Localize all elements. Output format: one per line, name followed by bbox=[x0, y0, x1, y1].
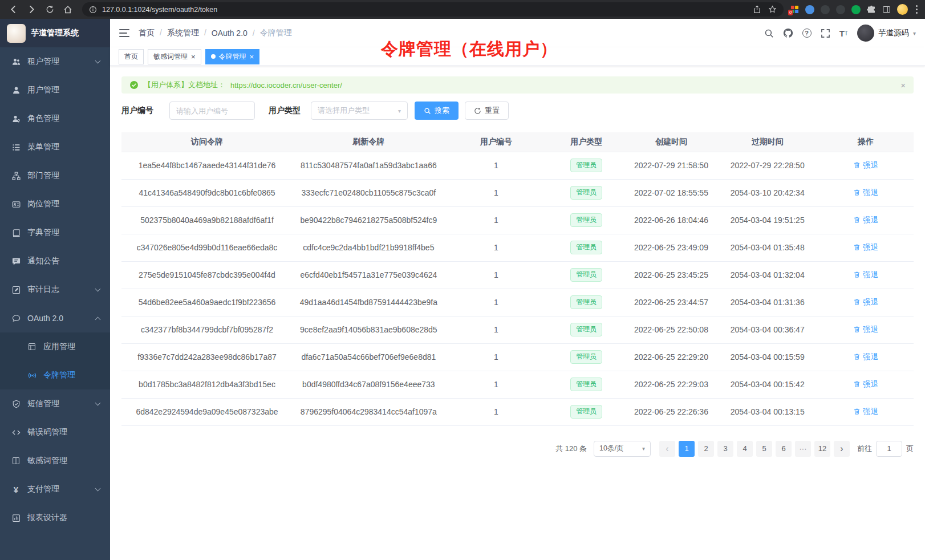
alert-text: 【用户体系】文档地址： bbox=[144, 80, 225, 90]
force-logout-button[interactable]: 强退 bbox=[853, 215, 878, 225]
sidebar-item-report-designer[interactable]: 报表设计器 bbox=[0, 504, 110, 532]
side-panel-icon[interactable] bbox=[882, 5, 891, 14]
extension-green-icon[interactable] bbox=[851, 5, 861, 14]
fullscreen-icon[interactable] bbox=[821, 29, 830, 38]
more-pages-button[interactable]: ··· bbox=[795, 441, 811, 457]
force-logout-button[interactable]: 强退 bbox=[853, 297, 878, 307]
browser-forward-icon[interactable] bbox=[24, 2, 39, 17]
extension-grid-icon[interactable]: 0 bbox=[790, 5, 799, 14]
force-logout-label: 强退 bbox=[863, 324, 878, 335]
sidebar-item-payment[interactable]: ¥ 支付管理 bbox=[0, 475, 110, 504]
sidebar-item-token-management[interactable]: 令牌管理 bbox=[0, 361, 110, 389]
sidebar-item-label: 字典管理 bbox=[27, 228, 59, 238]
table-row: 41c41346a548490f9dc8b01c6bfe0865 333ecfc… bbox=[121, 179, 914, 206]
page-button-4[interactable]: 4 bbox=[737, 441, 753, 457]
next-page-button[interactable]: › bbox=[834, 441, 850, 457]
sidebar-item-tenant[interactable]: 租户管理 bbox=[0, 47, 110, 76]
access-token-cell: 275e5de9151045fe87cbdc395e004f4d bbox=[121, 261, 293, 289]
sidebar-item-notice[interactable]: 通知公告 bbox=[0, 247, 110, 275]
sidebar-item-post[interactable]: 岗位管理 bbox=[0, 190, 110, 218]
search-button[interactable]: 搜索 bbox=[415, 102, 459, 120]
force-logout-button[interactable]: 强退 bbox=[853, 407, 878, 417]
goto-page-input[interactable] bbox=[876, 441, 902, 457]
trash-icon bbox=[853, 353, 861, 360]
browser-address-bar[interactable]: 127.0.0.1:1024/system/oauth2/token bbox=[82, 2, 784, 17]
breadcrumb-oauth[interactable]: OAuth 2.0 bbox=[212, 29, 260, 38]
extension-dark-icon-2[interactable] bbox=[836, 5, 845, 14]
reset-button[interactable]: 重置 bbox=[465, 102, 509, 120]
sidebar-item-sms[interactable]: 短信管理 bbox=[0, 389, 110, 418]
sidebar: 芋道管理系统 租户管理 用户管理 角色管理 菜单管理 bbox=[0, 19, 110, 560]
sidebar-item-department[interactable]: 部门管理 bbox=[0, 161, 110, 190]
tab-token-management[interactable]: 令牌管理 × bbox=[205, 49, 260, 64]
refresh-token-cell: 8796295f04064c2983414cc54af1097a bbox=[293, 398, 445, 425]
close-icon[interactable]: × bbox=[900, 80, 906, 90]
app-logo[interactable]: 芋道管理系统 bbox=[0, 19, 110, 47]
tab-sensitive-word[interactable]: 敏感词管理 × bbox=[148, 49, 201, 64]
doc-link[interactable]: https://doc.iocoder.cn/user-center/ bbox=[230, 81, 342, 90]
user-type-select[interactable]: 请选择用户类型 ▾ bbox=[311, 102, 408, 120]
browser-menu-icon[interactable] bbox=[914, 5, 919, 14]
page-button-6[interactable]: 6 bbox=[776, 441, 792, 457]
extensions-puzzle-icon[interactable] bbox=[867, 5, 876, 14]
sidebar-item-menu[interactable]: 菜单管理 bbox=[0, 133, 110, 161]
close-icon[interactable]: × bbox=[191, 53, 196, 60]
extension-dark-icon-1[interactable] bbox=[821, 5, 830, 14]
user-menu[interactable]: 芋道源码 ▾ bbox=[857, 25, 916, 42]
breadcrumb-system[interactable]: 系统管理 bbox=[167, 28, 212, 38]
breadcrumb-home[interactable]: 首页 bbox=[139, 28, 167, 38]
sidebar-item-error-code[interactable]: 错误码管理 bbox=[0, 418, 110, 447]
force-logout-button[interactable]: 强退 bbox=[853, 270, 878, 280]
expire-time-cell: 2022-07-29 22:28:50 bbox=[717, 152, 817, 179]
page-button-12[interactable]: 12 bbox=[814, 441, 830, 457]
tab-home[interactable]: 首页 bbox=[119, 49, 144, 64]
force-logout-button[interactable]: 强退 bbox=[853, 242, 878, 253]
user-id-cell: 1 bbox=[445, 152, 548, 179]
trash-icon bbox=[853, 408, 861, 415]
user-type-cell: 管理员 bbox=[547, 206, 625, 234]
browser-home-icon[interactable] bbox=[60, 2, 75, 17]
access-token-cell: f9336e7c7dd242a283ee98dc86b17a87 bbox=[121, 343, 293, 371]
user-id-input[interactable] bbox=[169, 102, 255, 120]
share-icon[interactable] bbox=[753, 5, 761, 14]
page-button-3[interactable]: 3 bbox=[717, 441, 733, 457]
site-info-icon[interactable] bbox=[89, 6, 97, 14]
search-icon[interactable] bbox=[764, 29, 774, 38]
hamburger-icon[interactable] bbox=[119, 29, 129, 38]
sidebar-item-oauth[interactable]: OAuth 2.0 bbox=[0, 304, 110, 332]
sidebar-item-sensitive-word[interactable]: 敏感词管理 bbox=[0, 447, 110, 475]
force-logout-button[interactable]: 强退 bbox=[853, 188, 878, 198]
extension-blue-icon[interactable] bbox=[805, 5, 814, 14]
browser-back-icon[interactable] bbox=[6, 2, 21, 17]
close-icon[interactable]: × bbox=[250, 53, 254, 60]
refresh-icon bbox=[474, 107, 481, 115]
page-button-1[interactable]: 1 bbox=[679, 441, 695, 457]
browser-profile-avatar[interactable] bbox=[897, 4, 908, 15]
sidebar-item-label: 岗位管理 bbox=[27, 199, 59, 209]
extension-badge: 0 bbox=[788, 10, 793, 15]
sidebar-item-dictionary[interactable]: 字典管理 bbox=[0, 218, 110, 247]
force-logout-button[interactable]: 强退 bbox=[853, 379, 878, 389]
app-window-icon bbox=[27, 343, 36, 351]
font-size-icon[interactable]: TT bbox=[839, 29, 848, 38]
force-logout-button[interactable]: 强退 bbox=[853, 324, 878, 335]
github-icon[interactable] bbox=[783, 28, 793, 38]
page-size-select[interactable]: 10条/页 ▾ bbox=[594, 441, 651, 457]
sidebar-item-role[interactable]: 角色管理 bbox=[0, 104, 110, 133]
page-button-2[interactable]: 2 bbox=[698, 441, 714, 457]
sidebar-item-user[interactable]: 用户管理 bbox=[0, 76, 110, 104]
force-logout-button[interactable]: 强退 bbox=[853, 352, 878, 362]
sidebar-item-label: OAuth 2.0 bbox=[27, 314, 63, 323]
expire-time-cell: 2054-03-10 20:42:34 bbox=[717, 179, 817, 206]
browser-reload-icon[interactable] bbox=[42, 2, 57, 17]
bookmark-star-icon[interactable] bbox=[768, 5, 777, 14]
create-time-cell: 2022-06-26 18:04:46 bbox=[625, 206, 717, 234]
prev-page-button[interactable]: ‹ bbox=[659, 441, 675, 457]
trash-icon bbox=[853, 271, 861, 278]
page-button-5[interactable]: 5 bbox=[756, 441, 772, 457]
sidebar-item-app-management[interactable]: 应用管理 bbox=[0, 332, 110, 361]
help-icon[interactable]: ? bbox=[802, 29, 812, 38]
force-logout-button[interactable]: 强退 bbox=[853, 160, 878, 171]
sidebar-item-audit-log[interactable]: 审计日志 bbox=[0, 275, 110, 304]
caret-down-icon: ▾ bbox=[913, 30, 916, 36]
